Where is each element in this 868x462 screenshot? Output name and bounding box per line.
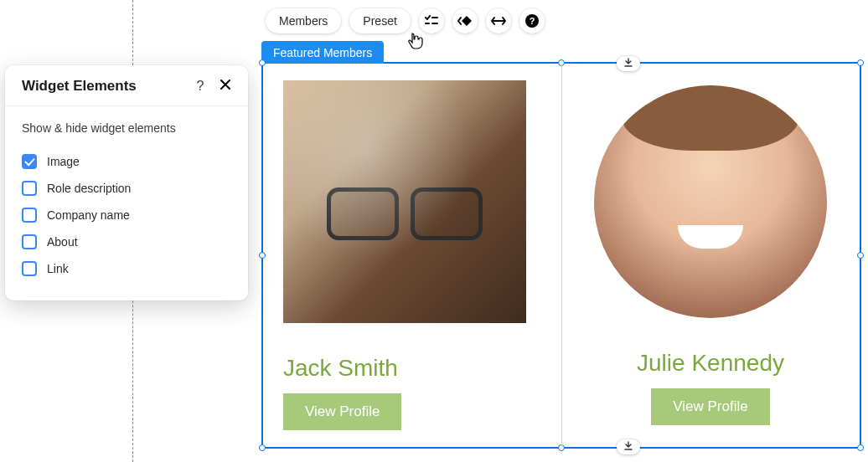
help-icon: ? xyxy=(525,14,539,28)
panel-header: Widget Elements ? xyxy=(5,65,248,106)
checkbox-label: Image xyxy=(47,155,80,168)
elements-toggle-button[interactable] xyxy=(419,8,444,33)
checkbox-label: Role description xyxy=(47,182,131,195)
checkbox-label: Link xyxy=(47,262,69,275)
diamond-motion-icon xyxy=(457,15,473,27)
checkbox-row-company-name[interactable]: Company name xyxy=(22,202,231,228)
members-button[interactable]: Members xyxy=(266,8,341,33)
cursor-pointer-icon xyxy=(407,32,424,54)
widget-tab-label[interactable]: Featured Members xyxy=(261,41,384,64)
checkbox-label: Company name xyxy=(47,208,130,222)
checkbox[interactable] xyxy=(22,181,37,196)
svg-rect-2 xyxy=(431,23,438,24)
close-icon xyxy=(220,79,231,94)
checkbox[interactable] xyxy=(22,261,37,276)
member-card: Jack Smith View Profile xyxy=(263,64,561,447)
checkbox-row-about[interactable]: About xyxy=(22,228,231,255)
svg-rect-0 xyxy=(431,17,438,18)
featured-members-widget[interactable]: Featured Members Jack Smith View Profile… xyxy=(261,62,861,449)
member-avatar xyxy=(283,80,526,323)
help-button[interactable]: ? xyxy=(519,8,545,33)
member-name: Jack Smith xyxy=(283,355,398,382)
stretch-horizontal-icon xyxy=(491,16,506,26)
checkbox-row-role-description[interactable]: Role description xyxy=(22,175,231,202)
checkbox[interactable] xyxy=(22,234,37,249)
view-profile-button[interactable]: View Profile xyxy=(283,393,401,430)
checkbox[interactable] xyxy=(22,154,37,169)
view-profile-button[interactable]: View Profile xyxy=(651,388,769,425)
checkbox-label: About xyxy=(47,235,78,249)
panel-title: Widget Elements xyxy=(22,78,184,95)
panel-close-button[interactable] xyxy=(216,77,235,95)
widget-elements-panel: Widget Elements ? Show & hide widget ele… xyxy=(5,65,248,300)
stretch-button[interactable] xyxy=(486,8,511,33)
animation-button[interactable] xyxy=(452,8,478,33)
member-avatar xyxy=(594,85,827,318)
checkbox[interactable] xyxy=(22,208,37,223)
member-card: Julie Kennedy View Profile xyxy=(561,64,860,447)
help-icon: ? xyxy=(197,79,204,94)
svg-text:?: ? xyxy=(529,16,535,26)
widget-toolbar: Members Preset ? xyxy=(266,8,545,33)
panel-body: Show & hide widget elements Image Role d… xyxy=(5,106,248,300)
checkbox-row-link[interactable]: Link xyxy=(22,255,231,282)
list-toggle-icon xyxy=(425,15,438,27)
panel-help-button[interactable]: ? xyxy=(191,77,209,95)
preset-button[interactable]: Preset xyxy=(349,8,410,33)
checkbox-row-image[interactable]: Image xyxy=(22,148,231,175)
svg-rect-1 xyxy=(425,23,430,24)
panel-subtitle: Show & hide widget elements xyxy=(22,121,231,135)
member-name: Julie Kennedy xyxy=(637,350,784,377)
